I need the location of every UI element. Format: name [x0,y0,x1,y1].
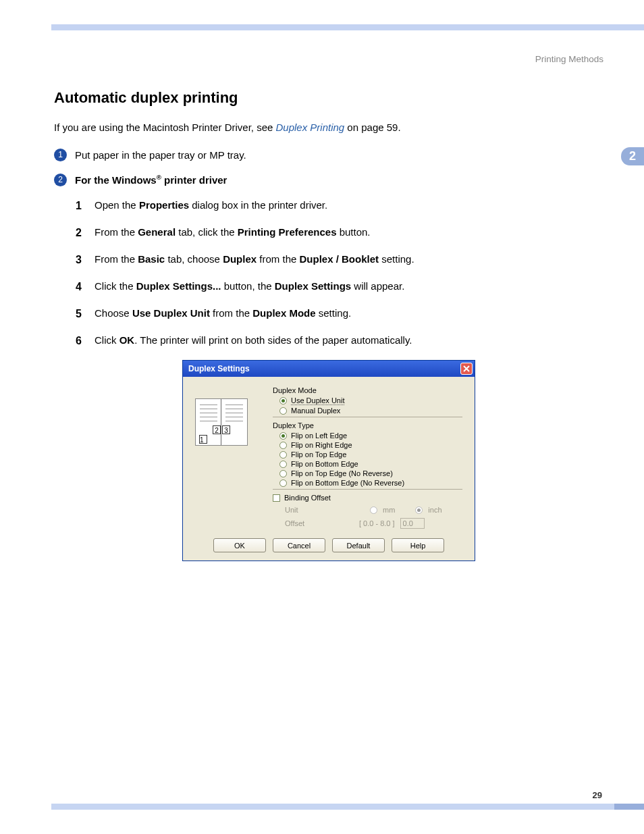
binding-offset-check[interactable]: Binding Offset [273,494,462,502]
page-title: Automatic duplex printing [54,89,590,107]
duplex-illustration: 23 1 [195,398,248,446]
sub-step-list: 1 Open the Properties dialog box in the … [76,198,590,349]
sub-step-1: 1 Open the Properties dialog box in the … [76,198,590,214]
sub-num: 3 [76,252,95,268]
unit-label: Unit [285,506,332,514]
offset-range: [ 0.0 - 8.0 ] [359,519,395,527]
ms2-pre: For the Windows [75,174,157,186]
radio-icon [279,442,287,449]
flip-right-edge[interactable]: Flip on Right Edge [279,441,462,449]
cancel-button[interactable]: Cancel [273,538,325,552]
duplex-mode-label: Duplex Mode [273,386,462,394]
dialog-options-panel: Duplex Mode Use Duplex Unit Manual Duple… [273,386,462,530]
intro-pre: If you are using the Macintosh Printer D… [54,122,275,133]
intro-post: on page 59. [344,122,400,133]
illus-page-3: 3 [222,425,230,434]
flip-top-no-reverse[interactable]: Flip on Top Edge (No Reverse) [279,469,462,477]
flip-bottom-edge[interactable]: Flip on Bottom Edge [279,460,462,468]
radio-label: Flip on Top Edge (No Reverse) [291,469,393,477]
radio-icon [279,451,287,459]
sub-step-2: 2 From the General tab, click the Printi… [76,225,590,241]
ms2-post: printer driver [161,174,227,186]
sub-step-3: 3 From the Basic tab, choose Duplex from… [76,252,590,268]
radio-icon [415,506,423,514]
chapter-tab: 2 [621,147,644,165]
offset-input[interactable] [400,518,425,529]
dialog-title: Duplex Settings [188,364,250,373]
sub-num: 4 [76,279,95,295]
offset-label: Offset [285,519,332,527]
divider [273,489,462,490]
close-icon [463,365,470,372]
binding-offset-row: Offset [ 0.0 - 8.0 ] [285,518,462,529]
sub-num: 2 [76,225,95,241]
page-content: Automatic duplex printing If you are usi… [54,89,590,561]
duplex-mode-use-unit[interactable]: Use Duplex Unit [279,396,462,405]
sub-step-6: 6 Click OK. The printer will print on bo… [76,333,590,349]
radio-label: Flip on Top Edge [291,450,346,459]
flip-top-edge[interactable]: Flip on Top Edge [279,450,462,459]
major-step-1-text: Put paper in the paper tray or MP tray. [75,148,246,162]
radio-label: Flip on Bottom Edge (No Reverse) [291,479,404,487]
sub-step-5: 5 Choose Use Duplex Unit from the Duplex… [76,306,590,322]
ok-button[interactable]: OK [213,538,266,552]
radio-label: Flip on Right Edge [291,441,352,449]
dialog-illustration-panel: 23 1 [195,386,273,530]
header-section: Printing Methods [535,54,603,64]
radio-icon [279,461,287,468]
radio-icon [279,407,287,415]
page-number: 29 [593,790,602,800]
sub-text: Click OK. The printer will print on both… [95,333,412,349]
binding-unit-row: Unit mm inch [285,506,462,514]
sub-num: 1 [76,198,95,214]
dialog-screenshot: Duplex Settings 23 1 [182,360,590,561]
circle-num-1: 1 [54,149,67,161]
radio-label: Manual Duplex [291,407,340,415]
duplex-settings-dialog: Duplex Settings 23 1 [182,360,475,561]
major-step-1: 1 Put paper in the paper tray or MP tray… [54,148,590,162]
major-step-2: 2 For the Windows® printer driver [54,173,590,187]
flip-left-edge[interactable]: Flip on Left Edge [279,432,462,440]
sub-num: 6 [76,333,95,349]
unit-mm: mm [383,506,395,514]
radio-icon [370,506,377,514]
radio-label: Flip on Bottom Edge [291,460,358,468]
dialog-button-row: OK Cancel Default Help [183,538,475,561]
duplex-mode-manual[interactable]: Manual Duplex [279,407,462,415]
dialog-titlebar: Duplex Settings [183,361,475,377]
sub-text: Choose Use Duplex Unit from the Duplex M… [95,306,351,322]
radio-label: Use Duplex Unit [291,396,344,405]
intro-paragraph: If you are using the Macintosh Printer D… [54,120,590,134]
sub-num: 5 [76,306,95,322]
footer-rule-accent [614,804,644,810]
radio-icon [279,470,287,477]
sub-text: Open the Properties dialog box in the pr… [95,198,327,214]
checkbox-icon [273,494,280,502]
illus-page-1: 1 [199,435,207,444]
radio-label: Flip on Left Edge [291,432,347,440]
radio-icon [279,432,287,440]
illus-page-2: 2 [213,425,221,434]
help-button[interactable]: Help [392,538,444,552]
intro-link[interactable]: Duplex Printing [275,122,344,133]
ms2-reg: ® [157,174,161,181]
sub-step-4: 4 Click the Duplex Settings... button, t… [76,279,590,295]
sub-text: From the Basic tab, choose Duplex from t… [95,252,414,268]
default-button[interactable]: Default [332,538,385,552]
radio-icon [279,397,287,405]
flip-bottom-no-reverse[interactable]: Flip on Bottom Edge (No Reverse) [279,479,462,487]
circle-num-2: 2 [54,174,67,186]
sub-text: Click the Duplex Settings... button, the… [95,279,404,295]
duplex-type-label: Duplex Type [273,421,462,429]
radio-icon [279,479,287,487]
check-label: Binding Offset [284,494,331,502]
sub-text: From the General tab, click the Printing… [95,225,371,241]
unit-inch: inch [428,506,441,514]
close-button[interactable] [460,363,473,375]
dialog-body: 23 1 Duplex Mode Use Duplex Unit Manual … [183,377,475,538]
major-step-2-text: For the Windows® printer driver [75,173,227,187]
header-rule [51,24,644,30]
divider [273,417,462,417]
footer-rule [51,804,614,810]
